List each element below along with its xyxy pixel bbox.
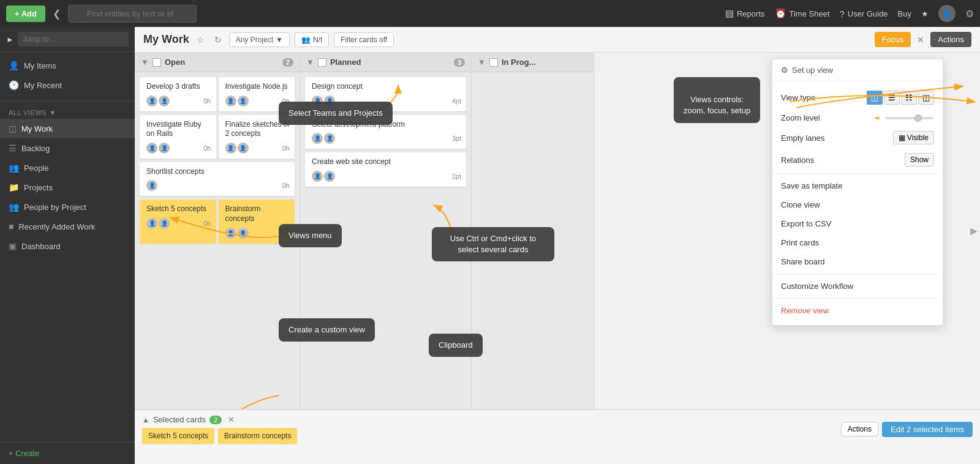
card-row: Shortlist concepts 👤 0h [140, 162, 295, 196]
chevron-icon: ▼ [276, 36, 283, 44]
close-focus-button[interactable]: ✕ [914, 34, 927, 46]
zoom-track [885, 117, 934, 119]
create-link[interactable]: + Create [9, 449, 126, 458]
setup-panel: ⚙ Set up view View type ◫ ☰ ☷ ◫ Z [772, 59, 943, 326]
jump-to-input[interactable] [18, 32, 129, 47]
chevron-down-icon: ▼ [49, 109, 56, 116]
column-cards-open: Develop 3 drafts 👤👤 0h Investigate Node.… [135, 72, 300, 409]
add-button[interactable]: + Add [6, 6, 45, 22]
buy-nav-item[interactable]: Buy [898, 9, 911, 18]
nav-actions: ▤ Reports ⏰ Time Sheet ? User Guide Buy … [725, 5, 974, 22]
card-finalize-sketches[interactable]: Finalize sketches of 2 concepts 👤👤 0h [219, 115, 295, 159]
column-inprogress: ▼ In Prog... [472, 53, 594, 409]
timesheet-nav-item[interactable]: ⏰ Time Sheet [775, 8, 830, 19]
sidebar-item-people-by-project[interactable]: 👥 People by Project [0, 197, 135, 217]
setup-divider-3 [772, 298, 943, 299]
clipboard-close-button[interactable]: ✕ [228, 415, 235, 424]
card-design-concept[interactable]: Design concept 👤👤 4pt [305, 77, 466, 111]
column-open: ▼ Open 7 Develop 3 drafts � [135, 53, 300, 409]
backlog-icon: ☰ [9, 143, 17, 153]
card-sketch5[interactable]: Sketch 5 concepts 👤👤 0h [140, 200, 216, 243]
any-project-button[interactable]: Any Project ▼ [229, 32, 290, 47]
actions-button[interactable]: Actions [930, 32, 971, 47]
column-cards-planned: Design concept 👤👤 4pt Select development… [300, 72, 471, 409]
column-checkbox[interactable] [318, 58, 326, 67]
card-brainstorm[interactable]: Brainstorm concepts 👤👤 0h [219, 200, 295, 243]
card-investigate-node[interactable]: Investigate Node.js 👤👤 0h [219, 77, 295, 111]
clipboard-card-sketch[interactable]: Sketch 5 concepts [142, 428, 214, 444]
sidebar-item-projects[interactable]: 📁 Projects [0, 178, 135, 197]
column-collapse-icon[interactable]: ▼ [478, 58, 486, 67]
card-title: Create web site concept [312, 157, 461, 167]
card-title: Sketch 5 concepts [146, 204, 211, 214]
search-input[interactable] [68, 5, 197, 23]
setup-print-cards[interactable]: Print cards [772, 233, 943, 252]
clipboard-actions-button[interactable]: Actions [841, 422, 878, 436]
clipboard-bar-inner: ▲ Selected cards 2 ✕ Sketch 5 concepts B… [142, 415, 973, 444]
column-collapse-icon[interactable]: ▼ [306, 58, 314, 67]
column-checkbox[interactable] [489, 58, 498, 67]
column-header-planned: ▼ Planned 3 [300, 53, 471, 72]
sidebar-item-recently-added[interactable]: ■ Recently Added Work [0, 217, 135, 236]
card-investigate-ruby[interactable]: Investigate Ruby on Rails 👤👤 0h [140, 115, 216, 159]
avatar: 👤 [146, 180, 157, 191]
refresh-button[interactable]: ↻ [212, 34, 224, 46]
setup-remove-view[interactable]: Remove view [772, 301, 943, 320]
zoom-slider[interactable]: ➜ [873, 113, 934, 122]
sidebar-item-my-recent[interactable]: 🕑 My Recent [0, 75, 135, 95]
card-develop-drafts[interactable]: Develop 3 drafts 👤👤 0h [140, 77, 216, 111]
sidebar-item-dashboard[interactable]: ▣ Dashboard [0, 236, 135, 256]
setup-customize-workflow[interactable]: Customize Workflow [772, 277, 943, 296]
viewtype-grid-button[interactable]: ◫ [867, 91, 883, 105]
emptylanes-value: Visible [907, 133, 929, 142]
card-title: Brainstorm concepts [225, 204, 290, 223]
setup-row-relations: Relations Show [772, 149, 943, 171]
question-icon: ? [840, 9, 845, 19]
clipboard-card-brainstorm[interactable]: Brainstorm concepts [218, 428, 297, 444]
emptylanes-label: Empty lanes [781, 133, 888, 143]
column-cards-inprog [472, 72, 594, 409]
star-nav-item[interactable]: ★ [921, 9, 929, 18]
collapse-sidebar-button[interactable]: ❮ [50, 6, 63, 22]
card-shortlist[interactable]: Shortlist concepts 👤 0h [140, 162, 295, 196]
setup-clone-view[interactable]: Clone view [772, 195, 943, 214]
person-icon: 👤 [9, 61, 19, 70]
user-avatar[interactable]: 👤 [938, 5, 956, 22]
column-collapse-icon[interactable]: ▼ [141, 58, 149, 67]
settings-icon[interactable]: ⚙ [965, 8, 974, 20]
jump-to-section: ► [0, 27, 135, 52]
pbp-icon: 👥 [9, 202, 19, 212]
viewtype-split-button[interactable]: ◫ [918, 91, 934, 105]
setup-save-template[interactable]: Save as template [772, 176, 943, 195]
setup-export-csv[interactable]: Export to CSV [772, 214, 943, 233]
clipboard-header: ▲ Selected cards 2 ✕ [142, 415, 841, 424]
filter-cards-button[interactable]: Filter cards off [334, 32, 394, 47]
viewtype-table-button[interactable]: ☷ [901, 91, 917, 105]
any-project-label: Any Project [236, 36, 273, 44]
sidebar-my-items-label: My Items [24, 61, 56, 70]
card-select-dev[interactable]: Select development platform 👤👤 3pt [305, 115, 466, 149]
emptylanes-visible-button[interactable]: ▦ Visible [893, 131, 934, 144]
relations-show-button[interactable]: Show [905, 153, 934, 167]
nt-button[interactable]: 👥 N/t [295, 32, 329, 47]
zoom-thumb[interactable] [914, 114, 922, 122]
userguide-nav-item[interactable]: ? User Guide [840, 9, 888, 19]
sidebar-item-backlog[interactable]: ☰ Backlog [0, 138, 135, 158]
star-view-button[interactable]: ☆ [194, 34, 207, 46]
reports-nav-item[interactable]: ▤ Reports [725, 8, 765, 19]
viewtype-list-button[interactable]: ☰ [884, 91, 900, 105]
reports-label: Reports [737, 9, 765, 18]
setup-share-board[interactable]: Share board [772, 252, 943, 271]
sidebar-item-people[interactable]: 👥 People [0, 158, 135, 178]
sidebar-item-my-items[interactable]: 👤 My Items [0, 56, 135, 75]
card-create-website[interactable]: Create web site concept 👤👤 2pt [305, 152, 466, 187]
sidebar-projects-label: Projects [24, 183, 53, 192]
timesheet-label: Time Sheet [790, 9, 830, 18]
sidebar-item-my-work[interactable]: ◫ My Work [0, 119, 135, 138]
edit-selected-button[interactable]: Edit 2 selected items [882, 422, 973, 437]
focus-button[interactable]: Focus [875, 32, 911, 47]
column-title-open: Open [165, 58, 185, 67]
collapse-clipboard-icon[interactable]: ▲ [142, 416, 149, 424]
column-checkbox[interactable] [153, 58, 161, 67]
column-count-planned: 3 [454, 58, 465, 67]
